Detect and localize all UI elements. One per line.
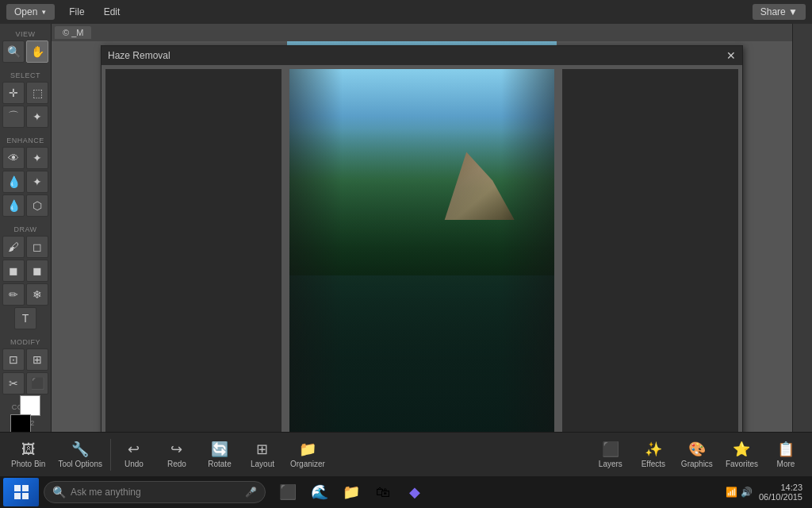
share-button[interactable]: Share ▼ — [753, 4, 806, 20]
more-icon: 📋 — [777, 441, 795, 458]
graphics-icon: 🎨 — [688, 441, 706, 458]
tool-options-icon: 🔧 — [71, 441, 89, 458]
tool-options-button[interactable]: 🔧 Tool Options — [53, 439, 107, 470]
taskbar-right: 📶 🔊 14:23 06/10/2015 — [726, 483, 809, 502]
marquee-tool[interactable]: ⬚ — [26, 82, 48, 104]
snowflake-tool[interactable]: ❄ — [26, 283, 48, 306]
edge-icon[interactable]: 🌊 — [305, 478, 334, 506]
zoom-tool[interactable]: 🔍 — [2, 40, 25, 63]
organizer-label: Organizer — [290, 460, 325, 468]
canvas-viewport: Haze Removal ✕ — [52, 41, 792, 432]
scissors-tool[interactable]: ✂ — [2, 372, 25, 394]
open-button[interactable]: Open ▼ — [6, 4, 55, 20]
main-content: VIEW 🔍 ✋ SELECT ✛ ⬚ ⌒ ✦ ENHANCE 👁 ✦ � — [0, 24, 812, 432]
favorites-label: Favorites — [726, 460, 758, 468]
healing-tool[interactable]: ✦ — [26, 147, 48, 169]
color-swatch[interactable] — [10, 414, 40, 416]
file-menu[interactable]: File — [64, 6, 89, 17]
crop-tool[interactable]: ⊡ — [2, 348, 25, 371]
dodge-tool[interactable]: 💧 — [2, 194, 25, 217]
photo-bin-label: Photo Bin — [11, 460, 45, 468]
canvas-area: © _M Haze Removal ✕ — [52, 24, 792, 432]
bottom-tools-row: 🖼 Photo Bin 🔧 Tool Options ↩ Undo ↪ Redo… — [0, 433, 812, 476]
enhance-tools-row-2: 💧 ✦ — [2, 171, 48, 193]
modify-tools-row: ⊡ ⊞ — [2, 348, 48, 371]
open-arrow-icon: ▼ — [40, 9, 47, 16]
gradient-tool[interactable]: ◼ — [26, 260, 48, 282]
tab-bar: © _M — [52, 24, 792, 41]
effects-icon: ✨ — [645, 441, 662, 458]
hand-tool[interactable]: ✋ — [26, 40, 48, 63]
file-explorer-icon[interactable]: 📁 — [337, 478, 366, 506]
eraser-tool[interactable]: ◻ — [26, 236, 48, 258]
draw-tools-row-3: ✏ ❄ — [2, 283, 48, 306]
photo-bin-button[interactable]: 🖼 Photo Bin — [6, 440, 50, 470]
lasso-tool[interactable]: ⌒ — [2, 106, 25, 128]
clone-tool[interactable]: ✦ — [26, 171, 48, 193]
dialog-close-button[interactable]: ✕ — [726, 50, 736, 61]
taskbar-search[interactable]: 🔍 Ask me anything 🎤 — [44, 481, 266, 503]
task-view-icon[interactable]: ⬛ — [274, 478, 302, 506]
magic-wand-tool[interactable]: ✦ — [26, 106, 48, 128]
dialog-title-bar: Haze Removal ✕ — [102, 46, 742, 65]
draw-section-label: DRAW — [0, 225, 51, 233]
enhance-tools-row-3: 💧 ⬡ — [2, 194, 48, 217]
dark-left-panel — [105, 69, 282, 432]
graphics-button[interactable]: 🎨 Graphics — [676, 439, 718, 470]
pencil-tool[interactable]: ✏ — [2, 283, 25, 306]
dark-right-panel — [562, 69, 738, 432]
favorites-button[interactable]: ⭐ Favorites — [721, 439, 763, 470]
bottom-divider-1 — [110, 439, 111, 471]
select-tools-row: ✛ ⬚ — [2, 82, 48, 104]
layers-button[interactable]: ⬛ Layers — [591, 439, 630, 470]
foreground-color-swatch[interactable] — [10, 414, 31, 432]
top-bar-right: Share ▼ — [753, 4, 806, 20]
dialog-title: Haze Removal — [108, 50, 170, 61]
brush-tool[interactable]: 🖌 — [2, 236, 25, 258]
more-button[interactable]: 📋 More — [766, 439, 806, 470]
favorites-icon: ⭐ — [733, 441, 750, 458]
modify-section-label: MODIFY — [0, 338, 51, 346]
blur-tool[interactable]: 💧 — [2, 171, 25, 193]
taskbar-app-icons: ⬛ 🌊 📁 🛍 ◆ — [274, 478, 429, 506]
view-section-label: VIEW — [0, 30, 51, 38]
red-eye-tool[interactable]: 👁 — [2, 147, 25, 169]
select-section-label: SELECT — [0, 71, 51, 79]
more-label: More — [777, 460, 795, 468]
layers-icon: ⬛ — [602, 441, 619, 458]
undo-label: Undo — [124, 460, 144, 468]
time-display: 14:23 — [759, 483, 802, 492]
undo-button[interactable]: ↩ Undo — [114, 439, 154, 470]
taskbar-clock: 14:23 06/10/2015 — [759, 483, 802, 502]
rotate-label: Rotate — [208, 460, 231, 468]
recompose-tool[interactable]: ⊞ — [26, 348, 48, 371]
app-icon-1[interactable]: ◆ — [400, 478, 429, 506]
svg-rect-0 — [14, 485, 21, 491]
left-toolbar: VIEW 🔍 ✋ SELECT ✛ ⬚ ⌒ ✦ ENHANCE 👁 ✦ � — [0, 24, 52, 432]
edit-menu[interactable]: Edit — [99, 6, 125, 17]
layout-button[interactable]: ⊞ Layout — [243, 439, 282, 470]
organizer-button[interactable]: 📁 Organizer — [285, 439, 330, 470]
store-icon[interactable]: 🛍 — [369, 478, 397, 506]
type-tool[interactable]: T — [14, 307, 36, 329]
draw-tools-row-2: ◼ ◼ — [2, 260, 48, 282]
paint-bucket-tool[interactable]: ◼ — [2, 260, 25, 282]
draw-tools-row-4: T — [14, 307, 36, 329]
dialog-image-area — [102, 65, 742, 432]
rotate-button[interactable]: 🔄 Rotate — [200, 439, 239, 470]
sponge-tool[interactable]: ⬡ — [26, 194, 48, 217]
move-tool[interactable]: ✛ — [2, 82, 25, 104]
background-color-swatch[interactable] — [20, 395, 40, 416]
label-tool[interactable]: ⬛ — [26, 372, 48, 394]
dialog-content: ? Haze Reduction: Sensitivity: — [102, 65, 742, 432]
start-button[interactable] — [3, 478, 39, 506]
redo-label: Redo — [167, 460, 186, 468]
redo-button[interactable]: ↪ Redo — [157, 439, 197, 470]
rotate-icon: 🔄 — [211, 441, 228, 458]
dialog-main-photo — [289, 69, 553, 432]
effects-button[interactable]: ✨ Effects — [634, 439, 673, 470]
svg-rect-1 — [22, 485, 29, 491]
image-tab[interactable]: © _M — [55, 26, 91, 39]
top-bar: Open ▼ File Edit Share ▼ — [0, 0, 812, 24]
dialog-overlay: Haze Removal ✕ — [52, 41, 792, 432]
